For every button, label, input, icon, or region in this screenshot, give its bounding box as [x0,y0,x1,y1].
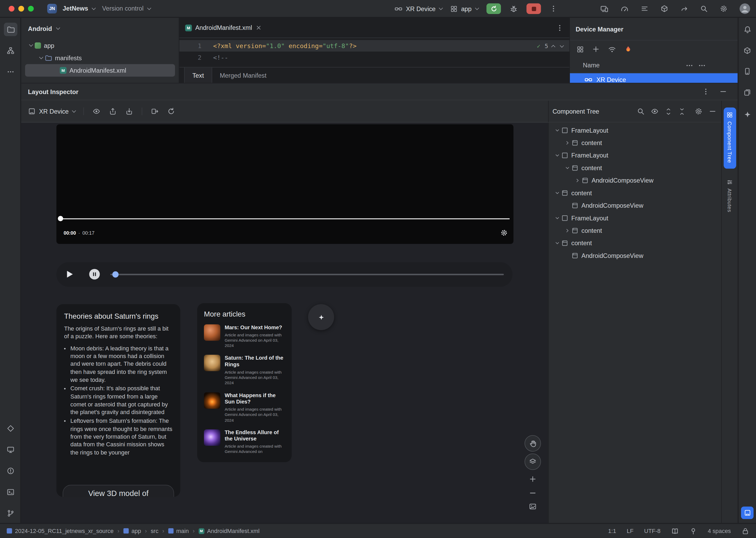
pause-button[interactable] [89,269,100,280]
app-quality-insights-button[interactable] [4,422,18,435]
run-configuration-selector[interactable]: app [450,5,478,12]
view-options-icon[interactable] [93,108,100,115]
structure-tool-button[interactable] [4,44,18,57]
tab-merged-manifest[interactable]: Merged Manifest [212,67,274,83]
project-selector[interactable]: JetNews [63,5,94,12]
more-tool-windows-button[interactable] [4,65,18,79]
component-tree-node[interactable]: AndroidComposeView [549,199,722,211]
inspections-widget[interactable]: ✓ 5 [537,43,563,50]
running-devices-button[interactable] [4,443,18,457]
article-item[interactable]: What Happens if the Sun Dies?Article and… [204,392,285,423]
tree-item-app[interactable]: app [21,39,179,52]
caret-position[interactable]: 1:1 [608,527,616,534]
version-control-button[interactable] [4,507,18,520]
video-progress-knob[interactable] [58,216,63,221]
chevron-right-icon[interactable] [562,229,571,232]
device-row-xr-device[interactable]: XR Device [570,73,738,83]
vcs-widget[interactable]: Version control [102,5,150,12]
editor-tab[interactable]: M AndroidManifest.xml [185,24,262,31]
component-tree-node[interactable]: content [549,237,722,249]
code-area[interactable]: 1<?xml version="1.0" encoding="utf-8"?>2… [179,38,569,67]
component-tree-node[interactable]: FrameLayout [549,212,722,224]
layout-inspector-button[interactable] [741,507,753,519]
device-streaming-icon[interactable] [600,5,609,13]
hide-tree-icon[interactable] [709,108,716,115]
gradle-button[interactable] [741,44,754,57]
breadcrumb-item[interactable]: main [168,527,189,534]
play-icon[interactable] [67,271,73,278]
share-icon[interactable] [680,5,688,12]
component-tree-node[interactable]: AndroidComposeView [549,249,722,262]
minimize-window-button[interactable] [18,6,24,11]
line-separator[interactable]: LF [627,527,634,534]
chevron-right-icon[interactable] [573,179,581,182]
device-manager-button[interactable] [741,65,754,78]
tree-item-androidmanifest[interactable]: M AndroidManifest.xml [25,64,175,77]
group-devices-icon[interactable] [576,45,584,53]
minimize-panel-button[interactable] [719,88,727,95]
zoom-to-fit-button[interactable] [527,500,539,512]
collapse-all-icon[interactable] [678,108,685,115]
component-tree-node[interactable]: FrameLayout [549,149,722,161]
device-screen-canvas[interactable]: 00:00 · 00:17 Theories about Saturn's ri… [21,123,548,523]
chevron-down-icon[interactable] [552,242,561,244]
tab-component-tree[interactable]: Component Tree [724,108,736,169]
chevron-down-icon[interactable] [552,154,561,156]
article-item[interactable]: Saturn: The Lord of the RingsArticle and… [204,355,285,386]
tab-text[interactable]: Text [184,67,212,83]
resource-manager-button[interactable] [741,86,754,99]
component-tree-node[interactable]: content [549,224,722,237]
inspector-options-button[interactable] [702,88,710,95]
row-options-icon[interactable] [698,62,706,69]
problems-button[interactable] [4,464,18,477]
search-icon[interactable] [637,108,644,115]
file-encoding[interactable]: UTF-8 [644,527,661,534]
video-player[interactable]: 00:00 · 00:17 [56,125,513,244]
debug-button[interactable] [510,5,518,13]
device-selector[interactable]: XR Device [394,5,442,13]
profiler-icon[interactable] [620,5,629,13]
add-device-icon[interactable] [592,45,600,53]
seek-slider[interactable] [110,274,504,275]
tree-item-manifests[interactable]: manifests [21,52,179,64]
component-tree-node[interactable]: content [549,136,722,149]
saturn-theories-card[interactable]: Theories about Saturn's rings The origin… [56,304,180,497]
article-item[interactable]: The Endless Allure of the UniverseArticl… [204,429,285,455]
chevron-down-icon[interactable] [552,191,561,194]
export-icon[interactable] [151,108,159,115]
stop-button[interactable] [527,3,541,14]
project-view-selector[interactable]: Android [21,18,179,39]
chevron-down-icon[interactable] [552,217,561,219]
editor-options-button[interactable] [556,24,563,31]
logcat-icon[interactable] [641,5,648,12]
zoom-window-button[interactable] [28,6,34,11]
component-tree-node[interactable]: FrameLayout [549,124,722,136]
build-icon[interactable] [661,5,668,12]
prev-problem-icon[interactable] [551,45,555,49]
chevron-down-icon[interactable] [562,167,571,169]
more-articles-card[interactable]: More articles Mars: Our Next Home?Articl… [197,303,292,462]
3d-mode-button[interactable] [524,454,541,470]
chevron-down-icon[interactable] [552,129,561,131]
close-tab-icon[interactable] [255,25,262,31]
inspector-device-selector[interactable]: XR Device [28,108,75,115]
refresh-icon[interactable] [168,108,175,115]
close-window-button[interactable] [9,6,15,11]
spatial-mode-button[interactable] [308,304,334,330]
pan-mode-button[interactable] [524,435,541,452]
notifications-button[interactable] [741,23,754,36]
settings-icon[interactable] [720,5,727,12]
lock-icon[interactable] [741,527,749,535]
project-tool-button[interactable] [4,23,18,36]
tree-settings-icon[interactable] [695,108,702,115]
pair-wifi-icon[interactable] [608,45,616,53]
seek-knob[interactable] [112,271,119,278]
component-tree-node[interactable]: content [549,161,722,174]
view-3d-model-button[interactable]: View 3D model of [63,485,174,497]
code-line[interactable]: 1<?xml version="1.0" encoding="utf-8"?> [179,40,569,52]
firebase-icon[interactable] [624,45,632,53]
zoom-in-button[interactable] [527,473,539,485]
search-icon[interactable] [700,5,708,12]
breadcrumb-item[interactable]: 2024-12-05_RC11_jetnews_xr_source [7,527,114,534]
zoom-out-button[interactable] [527,487,539,499]
